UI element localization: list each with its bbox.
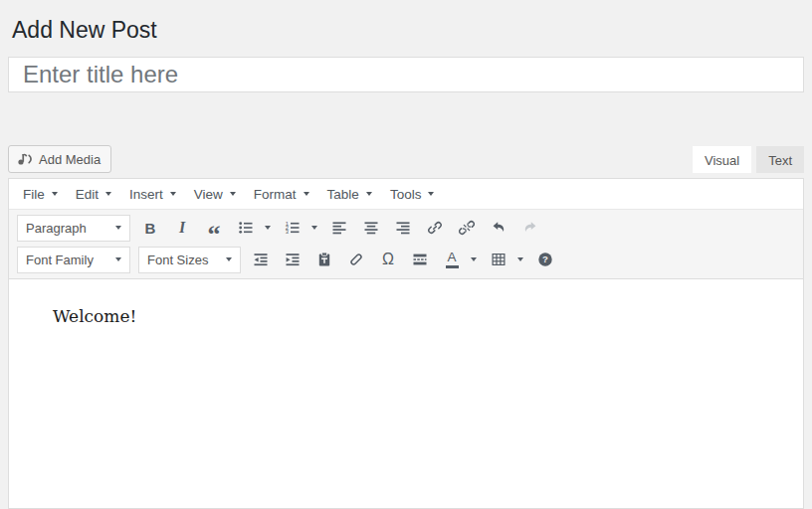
align-left-icon	[331, 220, 347, 236]
color-swatch-bar	[446, 265, 459, 268]
font-family-select[interactable]: Font Family	[17, 247, 130, 273]
omega-icon: Ω	[382, 251, 394, 268]
editor-menubar: File Edit Insert View Format Table	[9, 179, 803, 210]
editor-mode-tabs: Visual Text	[693, 146, 804, 173]
table-icon	[491, 252, 507, 267]
editor-paragraph: Welcome!	[53, 304, 759, 330]
chevron-down-icon	[366, 192, 372, 196]
chevron-down-icon	[304, 192, 309, 196]
redo-button[interactable]	[516, 215, 544, 241]
align-right-icon	[395, 220, 411, 236]
paste-as-text-button[interactable]	[310, 247, 338, 272]
paragraph-format-select[interactable]: Paragraph	[17, 215, 130, 242]
post-title-input[interactable]	[8, 57, 804, 92]
bold-button[interactable]: B	[136, 215, 164, 241]
align-center-icon	[363, 220, 379, 236]
chevron-down-icon	[115, 226, 121, 230]
bold-icon: B	[145, 220, 156, 237]
align-left-button[interactable]	[325, 215, 353, 241]
indent-icon	[285, 252, 301, 267]
numbered-list-menu-button[interactable]	[306, 215, 321, 241]
svg-text:3: 3	[286, 229, 289, 235]
indent-button[interactable]	[279, 247, 306, 272]
add-new-post-page: Add New Post Add Media Visual Text File	[0, 0, 812, 509]
insert-link-button[interactable]	[421, 215, 449, 241]
menu-view[interactable]: View	[185, 183, 245, 206]
tab-text[interactable]: Text	[756, 146, 804, 173]
add-media-label: Add Media	[39, 152, 101, 167]
unlink-icon	[459, 220, 475, 236]
menu-insert[interactable]: Insert	[120, 183, 185, 206]
clear-formatting-button[interactable]	[342, 247, 370, 272]
outdent-icon	[253, 252, 269, 267]
media-icon	[16, 151, 34, 167]
numbered-list-icon: 1 2 3	[285, 220, 301, 236]
chevron-down-icon	[52, 192, 58, 196]
bulleted-list-button[interactable]	[232, 215, 260, 241]
blockquote-icon: “	[208, 215, 221, 241]
align-center-button[interactable]	[357, 215, 385, 241]
editor-content-area[interactable]: Welcome!	[9, 279, 803, 508]
italic-icon: I	[179, 219, 185, 237]
menu-file[interactable]: File	[14, 183, 67, 206]
read-more-icon	[412, 252, 428, 267]
menu-tools[interactable]: Tools	[381, 183, 444, 206]
chevron-down-icon	[265, 226, 271, 230]
menu-view-label: View	[194, 187, 223, 202]
outdent-button[interactable]	[247, 247, 275, 272]
paste-text-icon	[316, 252, 332, 267]
remove-link-button[interactable]	[453, 215, 481, 241]
chevron-down-icon	[226, 257, 232, 261]
eraser-icon	[348, 252, 364, 267]
chevron-down-icon	[115, 257, 121, 261]
chevron-down-icon	[428, 192, 434, 196]
editor-container: File Edit Insert View Format Table	[8, 178, 804, 509]
table-button[interactable]	[485, 247, 512, 272]
read-more-button[interactable]	[406, 247, 434, 272]
help-icon: ?	[537, 252, 553, 267]
chevron-down-icon	[517, 257, 523, 261]
chevron-down-icon	[170, 192, 176, 196]
bulleted-list-icon	[238, 220, 254, 236]
media-buttons-row: Add Media Visual Text	[8, 145, 804, 173]
align-right-button[interactable]	[389, 215, 417, 241]
menu-edit-label: Edit	[76, 187, 99, 202]
page-title: Add New Post	[10, 0, 804, 57]
chevron-down-icon	[105, 192, 111, 196]
text-color-menu-button[interactable]	[466, 247, 481, 272]
text-color-button[interactable]: A	[438, 247, 466, 272]
svg-text:?: ?	[542, 254, 548, 264]
toolbar-row-2: Font Family Font Sizes	[13, 244, 799, 275]
menu-insert-label: Insert	[129, 187, 163, 202]
font-sizes-select[interactable]: Font Sizes	[138, 247, 241, 273]
menu-table[interactable]: Table	[318, 183, 381, 206]
font-sizes-value: Font Sizes	[147, 253, 208, 267]
editor-toolbar: Paragraph B I “	[9, 210, 803, 279]
undo-icon	[491, 220, 507, 236]
redo-icon	[522, 220, 538, 236]
undo-button[interactable]	[485, 215, 512, 241]
link-icon	[427, 220, 443, 236]
tab-visual[interactable]: Visual	[693, 146, 751, 173]
paragraph-format-value: Paragraph	[26, 221, 87, 236]
font-family-value: Font Family	[26, 253, 94, 267]
add-media-button[interactable]: Add Media	[8, 145, 111, 173]
italic-button[interactable]: I	[168, 215, 196, 241]
chevron-down-icon	[230, 192, 236, 196]
menu-tools-label: Tools	[390, 187, 422, 202]
menu-table-label: Table	[327, 187, 359, 202]
text-color-icon: A	[446, 251, 459, 269]
bulleted-list-menu-button[interactable]	[260, 215, 275, 241]
numbered-list-button[interactable]: 1 2 3	[279, 215, 306, 241]
menu-format[interactable]: Format	[245, 183, 318, 206]
chevron-down-icon	[311, 226, 317, 230]
menu-edit[interactable]: Edit	[67, 183, 120, 206]
menu-file-label: File	[23, 187, 45, 202]
table-menu-button[interactable]	[512, 247, 527, 272]
menu-format-label: Format	[254, 187, 297, 202]
blockquote-button[interactable]: “	[200, 215, 228, 241]
chevron-down-icon	[471, 257, 477, 261]
toolbar-row-1: Paragraph B I “	[13, 212, 799, 244]
help-button[interactable]: ?	[531, 247, 559, 272]
special-character-button[interactable]: Ω	[374, 247, 402, 272]
